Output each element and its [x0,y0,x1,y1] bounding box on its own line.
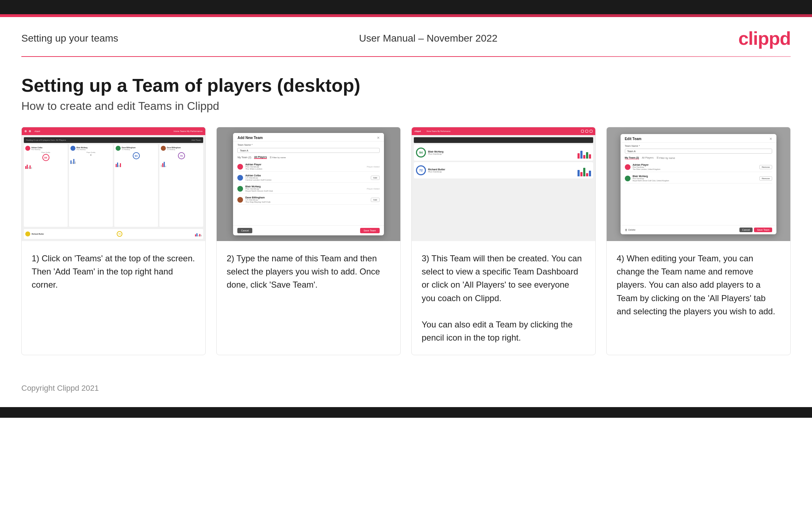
ss3-player-name-1: Blair McHarg [428,150,575,153]
ss3-body: 94 Blair McHarg Plus Handicap [412,135,595,241]
ss2-save-button[interactable]: Save Team [360,228,380,233]
ss4-player-name-1: Adrian Player [633,164,757,166]
ss2-player-item-4: Dave Billingham 1.5 HandicapThe Dog Mayi… [237,195,379,205]
ss1-bar [72,162,73,164]
page-wrapper: Setting up your teams User Manual – Nove… [0,0,812,507]
ss2-player-info-3: Blair McHarg Plus HandicapRoyal North De… [245,185,364,192]
top-bar [0,0,812,14]
ss1-nav: clippd Home Teams My Performance [22,127,205,135]
ss2-add-btn-4[interactable]: Add [371,198,380,202]
ss3-nav: clippd Home Teams My Performance [412,127,595,135]
ss1-nav-menu: Home Teams My Performance [174,130,202,132]
ss1-bar [31,167,32,169]
ss1-bar [162,163,163,167]
card-1-screenshot: clippd Home Teams My Performance Finding… [22,127,205,241]
bottom-bar [0,407,812,418]
ss1-hcp-3: 1.5 Handicap [122,149,136,150]
ss2-player-club-3: Plus HandicapRoyal North Devon Golf Club [245,188,364,192]
ss1-hcp-4: 1.5 Handicap [167,149,181,150]
ss4-body: Team Name * Team A My Team (2) All Playe… [621,143,777,225]
ss4-player-sub-2: Plus HandicapRoyal North Devon Golf Club… [633,177,757,182]
ss3-player-hcp-1: Plus Handicap [428,153,575,155]
ss4-avatar-1 [625,164,631,170]
ss1-player-header-2: Blair McHarg Plus Handicap [70,146,111,151]
ss4-modal: Edit Team ✕ Team Name * Team A My Team (… [621,134,777,234]
ss4-tab-myteam[interactable]: My Team (2) [625,156,639,159]
ss2-cancel-button[interactable]: Cancel [237,228,252,233]
ss1-bottom-name: Richard Butler [32,233,44,235]
ss4-remove-btn-1[interactable]: Remove [759,165,772,169]
ss1-bar [201,235,202,236]
ss4-avatar-2 [625,176,631,181]
screenshot-4-mockup: Edit Team ✕ Team Name * Team A My Team (… [607,127,790,241]
ss4-player-name-2: Blair McHarg [633,175,757,177]
ss3-bar [583,168,585,176]
ss1-hcp-1: Plus Handicap [31,149,42,150]
card-4: Edit Team ✕ Team Name * Team A My Team (… [606,127,791,355]
ss1-topbar-right: Add Team [191,139,201,141]
ss4-delete-icon: 🗑 [625,229,627,231]
ss4-player-info-2: Blair McHarg Plus HandicapRoyal North De… [633,175,757,182]
ss2-tab-myteam[interactable]: My Team (2) [237,156,251,159]
ss3-player-name-2: Richard Butler [428,168,575,171]
ss1-topbar: Finding 6 out of 6 players from: All Pla… [24,137,203,143]
footer: Copyright Clippd 2021 [0,377,812,400]
ss2-player-info-4: Dave Billingham 1.5 HandicapThe Dog Mayi… [245,196,368,203]
ss4-title: Edit Team [625,137,642,141]
ss1-score-1: 84 [42,154,49,161]
ss3-bar [580,151,582,159]
ss3-logo: clippd [415,130,421,132]
ss4-tab-filter[interactable]: ☰ Filter by name [657,156,675,159]
header-manual-title: User Manual – November 2022 [359,33,497,44]
ss4-delete-button[interactable]: 🗑 Delete [625,229,636,231]
card-2-description: 2) Type the name of this Team and then s… [217,241,400,355]
ss1-bar [117,162,118,167]
ss1-bars-1 [25,163,66,169]
ss3-score-ring-2: 72 [416,165,426,175]
ss2-avatar-2 [237,175,243,181]
ss1-player-header-3: Dave Billingham 1.5 Handicap [116,146,157,151]
ss2-team-name-input[interactable]: Team A [237,148,379,153]
cards-container: clippd Home Teams My Performance Finding… [0,127,812,377]
ss1-avatar-1 [25,146,30,151]
ss1-ql: Player Quality [25,151,66,153]
ss1-player-card-2: Blair McHarg Plus Handicap Player Qualit… [69,144,113,227]
ss1-bar [116,164,117,167]
ss1-bar [73,159,74,164]
ss3-bar [586,152,588,159]
ss4-header: Edit Team ✕ [621,134,777,143]
ss1-bar [27,165,28,169]
ss2-player-club-4: 1.5 HandicapThe Dog Maying Golf Club [245,199,368,203]
ss1-hcp-2: Plus Handicap [77,149,88,150]
ss4-remove-btn-2[interactable]: Remove [759,176,772,181]
ss4-cancel-button[interactable]: Cancel [739,228,753,232]
ss2-tab-allplayers[interactable]: All Players [254,156,267,159]
ss4-player-row-2: Blair McHarg Plus HandicapRoyal North De… [625,174,773,183]
ss4-player-info-1: Adrian Player Plus HandicapThe Shire Lon… [633,164,757,170]
ss4-save-button[interactable]: Save Team [754,228,772,232]
ss1-bottom-avatar [25,231,30,236]
ss4-team-name-input[interactable]: Team A [625,149,773,154]
ss2-filter[interactable]: ☰ Filter by name [270,156,286,159]
ss2-add-btn-2[interactable]: Add [371,176,380,180]
ss4-filter-icon: ☰ [657,156,659,159]
ss3-bar [578,153,580,159]
ss3-score-ring-1: 94 [416,148,426,158]
ss2-modal-body: Team Name * Team A My Team (2) All Playe… [233,142,384,225]
card-1: clippd Home Teams My Performance Finding… [21,127,206,355]
ss2-close-icon[interactable]: ✕ [377,136,380,140]
page-title-section: Setting up a Team of players (desktop) H… [0,57,812,127]
ss2-avatar-3 [237,186,243,192]
ss4-close-icon[interactable]: ✕ [769,137,772,141]
header: Setting up your teams User Manual – Nove… [0,17,812,56]
ss1-name-1: Adrian Colba [31,146,42,149]
ss1-bars-4 [161,161,202,167]
ss1-bar [118,165,120,167]
screenshot-2-mockup: Add New Team ✕ Team Name * Team A My Tea… [217,127,400,241]
page-title: Setting up a Team of players (desktop) [21,75,791,96]
ss3-topbar [414,137,593,143]
ss1-content: Adrian Colba Plus Handicap Player Qualit… [24,144,203,227]
ss4-tab-allplayers[interactable]: All Players [642,156,654,159]
ss2-modal-footer: Cancel Save Team [233,225,384,235]
ss2-player-item-3: Blair McHarg Plus HandicapRoyal North De… [237,184,379,194]
